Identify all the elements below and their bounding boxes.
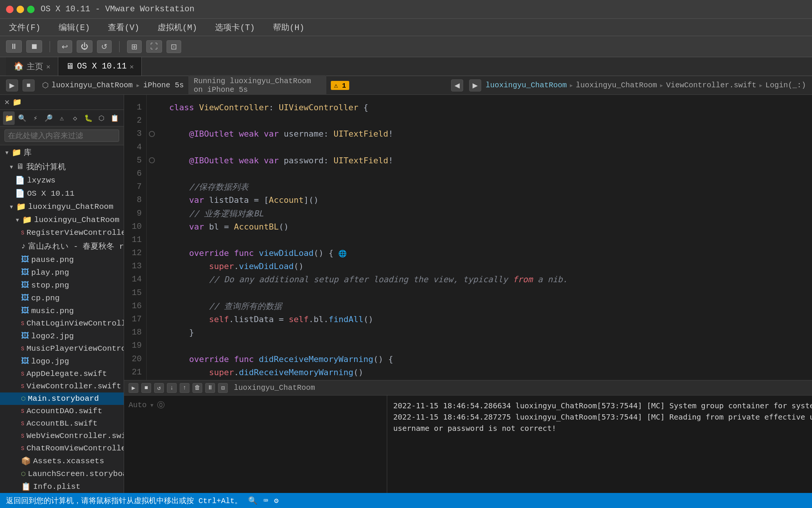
- sidebar: ✕ 📁 📁 🔍 ⚡ 🔎 ⚠ ◇ 🐛 ⬡ 📋 ▾ 📁 库 ▾: [0, 95, 124, 493]
- tree-project-folder[interactable]: ▾ 📁 luoxingyu_ChatRoom: [0, 213, 124, 227]
- console-run-btn[interactable]: ▶: [129, 383, 138, 393]
- tree-lxyzws[interactable]: 📄 lxyzws: [0, 174, 124, 187]
- nav-file-icon[interactable]: 📁: [3, 111, 15, 125]
- img-icon: 🖼: [21, 281, 29, 290]
- nav-find-icon[interactable]: 🔎: [43, 111, 55, 125]
- tree-my-computer[interactable]: ▾ 📁 库: [0, 145, 124, 160]
- img-icon: 🖼: [21, 357, 29, 366]
- console-stop-btn[interactable]: ■: [141, 383, 151, 393]
- tree-accountbl[interactable]: S AccountBL.swift: [0, 417, 124, 430]
- tree-musicplayervc[interactable]: S MusicPlayerViewController.swift: [0, 342, 124, 355]
- tree-viewcontroller[interactable]: S ViewController.swift: [0, 380, 124, 392]
- console-pause-btn[interactable]: ⏸: [205, 383, 215, 393]
- tree-accountdao[interactable]: S AccountDAO.swift: [0, 405, 124, 417]
- tree-pause-png[interactable]: 🖼 pause.png: [0, 253, 124, 266]
- nav-breakpoint-icon[interactable]: ⬡: [96, 111, 108, 125]
- breadcrumb-3[interactable]: Login(_:): [765, 81, 806, 90]
- tab-home-close[interactable]: ✕: [46, 62, 50, 71]
- console-output[interactable]: 2022-11-15 18:46:54.286634 luoxingyu_Cha…: [387, 395, 812, 493]
- tree-cp-png[interactable]: 🖼 cp.png: [0, 292, 124, 304]
- device-label[interactable]: iPhone 5s: [143, 81, 184, 90]
- sidebar-close-icon[interactable]: ✕: [5, 97, 9, 107]
- breadcrumb-2[interactable]: ViewController.swift: [666, 81, 756, 90]
- stop-run-button[interactable]: ■: [23, 79, 35, 91]
- tree-logo2[interactable]: 🖼 logo2.jpg: [0, 330, 124, 342]
- sidebar-title-icon: 📁: [12, 97, 22, 107]
- tab-osx[interactable]: 🖥 OS X 10.11 ✕: [58, 57, 142, 76]
- toolbar-separator-2: [119, 41, 120, 52]
- tree-music-png[interactable]: 🖼 music.png: [0, 304, 124, 317]
- nav-forward-button[interactable]: ▶: [469, 79, 481, 91]
- nav-back-button[interactable]: ◀: [451, 79, 463, 91]
- restart-button[interactable]: ↺: [97, 40, 112, 53]
- search-input[interactable]: [5, 129, 119, 142]
- nav-source-icon[interactable]: 🔍: [16, 111, 28, 125]
- tree-main-storyboard[interactable]: ⬡ Main.storyboard: [0, 392, 124, 405]
- run-button[interactable]: ▶: [6, 79, 18, 91]
- nav-report-icon[interactable]: 📋: [109, 111, 121, 125]
- tree-project-root[interactable]: ▾ 📁 luoxingyu_ChatRoom: [0, 200, 124, 213]
- breadcrumb-1[interactable]: luoxingyu_ChatRoom: [576, 81, 657, 90]
- code-editor[interactable]: class ViewController: UIViewController {…: [162, 95, 812, 380]
- code-line-8: var listData = [Account](): [169, 193, 812, 207]
- window-controls[interactable]: [6, 6, 35, 13]
- fit-button[interactable]: ⊞: [127, 40, 142, 53]
- tree-assets[interactable]: 📦 Assets.xcassets: [0, 455, 124, 468]
- tree-appdelegate[interactable]: S AppDelegate.swift: [0, 368, 124, 380]
- tree-logo[interactable]: 🖼 logo.jpg: [0, 355, 124, 368]
- console-area: ▶ ■ ↺ ↓ ↑ 🗑 ⏸ ⊡ luoxingyu_ChatRoom Auto …: [124, 380, 812, 493]
- console-step-btn[interactable]: ⊡: [218, 383, 228, 393]
- fullscreen-button[interactable]: ⛶: [146, 40, 162, 53]
- tree-launchscreen[interactable]: ⬡ LaunchScreen.storyboard: [0, 468, 124, 480]
- tree-stop-png[interactable]: 🖼 stop.png: [0, 279, 124, 292]
- console-up-btn[interactable]: ↑: [180, 383, 189, 393]
- audio-icon: ♪: [21, 242, 26, 251]
- tree-my-computer-label[interactable]: ▾ 🖥 我的计算机: [0, 160, 124, 174]
- tree-item-label: ChatLoginViewController.swift: [26, 319, 124, 328]
- breakpoint-1[interactable]: [149, 131, 155, 137]
- minimize-button[interactable]: [17, 6, 24, 13]
- tree-info-plist[interactable]: 📋 Info.plist: [0, 480, 124, 493]
- tree-item-label: logo.jpg: [31, 357, 69, 366]
- tree-music-file[interactable]: ♪ 富山みれい - 春夏秋冬 reprise.mp3: [0, 239, 124, 253]
- menu-edit[interactable]: 编辑(E): [56, 20, 93, 35]
- console-trash-btn[interactable]: 🗑: [192, 383, 202, 393]
- tree-play-png[interactable]: 🖼 play.png: [0, 266, 124, 279]
- file-tree: ▾ 📁 库 ▾ 🖥 我的计算机 📄 lxyzws 📄 OS X 10.11 ▾ …: [0, 145, 124, 493]
- code-line-21: super.didReceiveMemoryWarning(): [169, 366, 812, 379]
- nav-debug-icon[interactable]: 🐛: [82, 111, 94, 125]
- menu-tabs[interactable]: 选项卡(T): [212, 20, 258, 35]
- tree-registervc[interactable]: S RegisterViewController.swift: [0, 227, 124, 239]
- scheme-label[interactable]: luoxingyu_ChatRoom: [52, 81, 133, 90]
- power-button[interactable]: ⏻: [77, 40, 92, 53]
- revert-button[interactable]: ↩: [58, 40, 72, 53]
- nav-symbol-icon[interactable]: ⚡: [29, 111, 41, 125]
- console-left-label: Auto ▾ ⓪: [124, 395, 387, 418]
- menu-vm[interactable]: 虚拟机(M): [155, 20, 200, 35]
- unity-button[interactable]: ⊡: [167, 40, 181, 53]
- tree-webviewcontroller[interactable]: S WebViewController.swift: [0, 430, 124, 442]
- code-line-1: class ViewController: UIViewController {: [169, 101, 812, 114]
- nav-issue-icon[interactable]: ⚠: [56, 111, 68, 125]
- tab-home[interactable]: 🏠 主页 ✕: [6, 57, 58, 76]
- swift-icon: S: [21, 230, 24, 236]
- menu-help[interactable]: 帮助(H): [270, 20, 308, 35]
- nav-test-icon[interactable]: ◇: [69, 111, 81, 125]
- menu-file[interactable]: 文件(F): [6, 20, 44, 35]
- console-restart-btn[interactable]: ↺: [154, 383, 164, 393]
- warning-badge[interactable]: ⚠ 1: [331, 81, 349, 90]
- tree-chatloginvc[interactable]: S ChatLoginViewController.swift: [0, 317, 124, 330]
- stop-button[interactable]: ⏹: [26, 40, 42, 53]
- maximize-button[interactable]: [27, 6, 35, 13]
- pause-button[interactable]: ⏸: [6, 40, 22, 53]
- breadcrumb-0[interactable]: luoxingyu_ChatRoom: [486, 81, 567, 90]
- tree-item-label: logo2.jpg: [31, 332, 74, 341]
- tab-osx-close[interactable]: ✕: [130, 62, 134, 71]
- close-button[interactable]: [6, 6, 14, 13]
- settings-icon[interactable]: ⚙: [274, 496, 279, 505]
- tree-chatroomvc[interactable]: S ChatRoomViewController.swift: [0, 442, 124, 455]
- console-down-btn[interactable]: ↓: [167, 383, 177, 393]
- breakpoint-2[interactable]: [149, 157, 155, 163]
- tree-osx[interactable]: 📄 OS X 10.11: [0, 187, 124, 200]
- menu-view[interactable]: 查看(V): [105, 20, 142, 35]
